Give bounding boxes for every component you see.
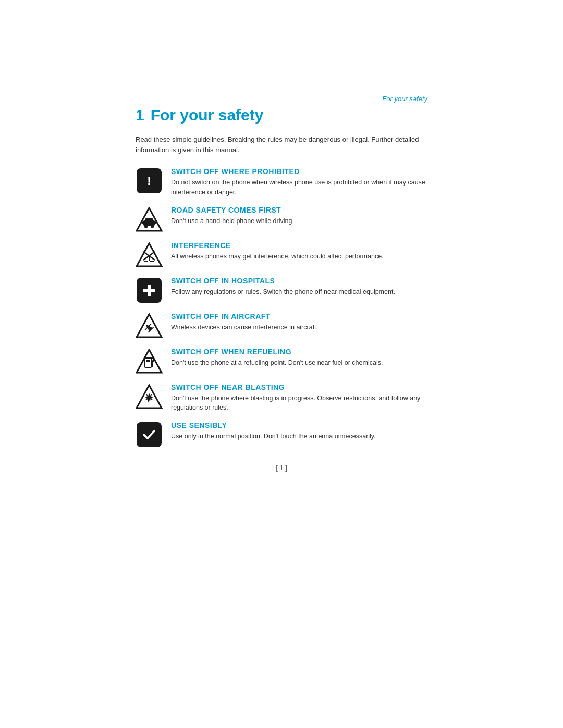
content-switch-off-prohibited: SWITCH OFF WHERE PROHIBITED Do not switc… — [171, 167, 427, 198]
aircraft-icon — [136, 312, 163, 339]
content-use-sensibly: USE SENSIBLY Use only in the normal posi… — [171, 421, 427, 441]
svg-point-4 — [144, 225, 148, 228]
title-blasting: SWITCH OFF NEAR BLASTING — [171, 383, 427, 391]
svg-text:!: ! — [147, 175, 151, 188]
section-interference: INTERFERENCE All wireless phones may get… — [136, 241, 427, 268]
icon-box-road — [136, 206, 163, 233]
title-refueling: SWITCH OFF WHEN REFUELING — [171, 348, 427, 356]
section-refueling: SWITCH OFF WHEN REFUELING Don't use the … — [136, 348, 427, 375]
breadcrumb-text: For your safety — [382, 95, 427, 103]
svg-rect-7 — [154, 221, 156, 224]
body-refueling: Don't use the phone at a refueling point… — [171, 358, 427, 368]
icon-box-aircraft — [136, 312, 163, 339]
chapter-title: 1 For your safety — [136, 106, 427, 124]
icon-box-blasting — [136, 383, 163, 410]
section-road-safety: ROAD SAFETY COMES FIRST Don't use a hand… — [136, 206, 427, 233]
content-road-safety: ROAD SAFETY COMES FIRST Don't use a hand… — [171, 206, 427, 226]
body-hospitals: Follow any regulations or rules. Switch … — [171, 287, 427, 297]
icon-box-sensibly — [136, 421, 163, 448]
page-number: [ 1 ] — [136, 464, 427, 472]
section-blasting: SWITCH OFF NEAR BLASTING Don't use the p… — [136, 383, 427, 413]
page: For your safety 1 For your safety Read t… — [0, 0, 563, 728]
interference-icon — [136, 241, 163, 268]
sensibly-icon — [137, 422, 162, 447]
hospitals-icon — [137, 278, 162, 303]
section-hospitals: SWITCH OFF IN HOSPITALS Follow any regul… — [136, 277, 427, 304]
blasting-icon — [136, 383, 163, 410]
chapter-title-text: For your safety — [151, 106, 264, 124]
road-safety-icon — [136, 206, 163, 233]
icon-box-prohibited: ! — [136, 167, 163, 194]
refueling-icon — [136, 348, 163, 375]
title-road-safety: ROAD SAFETY COMES FIRST — [171, 206, 427, 214]
intro-paragraph: Read these simple guidelines. Breaking t… — [136, 134, 427, 155]
svg-rect-3 — [145, 218, 153, 223]
title-use-sensibly: USE SENSIBLY — [171, 421, 427, 429]
body-aircraft: Wireless devices can cause interference … — [171, 323, 427, 332]
section-aircraft: SWITCH OFF IN AIRCRAFT Wireless devices … — [136, 312, 427, 339]
body-use-sensibly: Use only in the normal position. Don't t… — [171, 431, 427, 441]
title-hospitals: SWITCH OFF IN HOSPITALS — [171, 277, 427, 285]
body-road-safety: Don't use a hand-held phone while drivin… — [171, 216, 427, 226]
body-interference: All wireless phones may get interference… — [171, 252, 427, 262]
svg-rect-15 — [143, 289, 155, 292]
body-blasting: Don't use the phone where blasting is in… — [171, 393, 427, 413]
body-switch-off-prohibited: Do not switch on the phone when wireless… — [171, 178, 427, 198]
svg-point-5 — [151, 225, 154, 228]
title-aircraft: SWITCH OFF IN AIRCRAFT — [171, 312, 427, 320]
section-use-sensibly: USE SENSIBLY Use only in the normal posi… — [136, 421, 427, 448]
content-blasting: SWITCH OFF NEAR BLASTING Don't use the p… — [171, 383, 427, 413]
svg-rect-20 — [152, 360, 154, 362]
content-refueling: SWITCH OFF WHEN REFUELING Don't use the … — [171, 348, 427, 368]
breadcrumb: For your safety — [136, 94, 427, 103]
prohibited-icon: ! — [137, 168, 162, 193]
content-interference: INTERFERENCE All wireless phones may get… — [171, 241, 427, 262]
icon-box-interference — [136, 241, 163, 268]
chapter-number: 1 — [136, 106, 144, 124]
content-aircraft: SWITCH OFF IN AIRCRAFT Wireless devices … — [171, 312, 427, 332]
icon-box-refueling — [136, 348, 163, 375]
icon-box-hospitals — [136, 277, 163, 304]
svg-rect-19 — [146, 360, 150, 362]
title-interference: INTERFERENCE — [171, 241, 427, 250]
content-hospitals: SWITCH OFF IN HOSPITALS Follow any regul… — [171, 277, 427, 297]
title-switch-off-prohibited: SWITCH OFF WHERE PROHIBITED — [171, 167, 427, 176]
svg-rect-6 — [142, 221, 144, 224]
section-switch-off-prohibited: ! SWITCH OFF WHERE PROHIBITED Do not swi… — [136, 167, 427, 198]
